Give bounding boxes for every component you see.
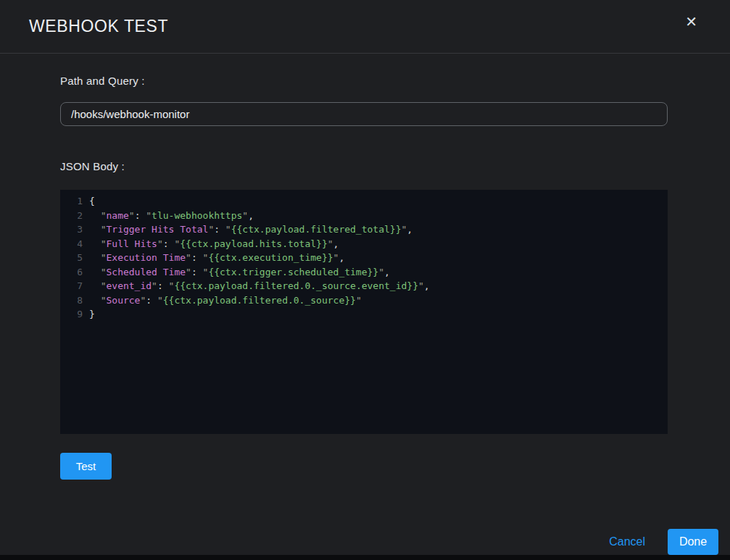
code-content: "event_id": "{{ctx.payload.filtered.0._s… <box>83 279 430 293</box>
line-number: 6 <box>60 265 83 280</box>
code-token: " <box>225 224 231 235</box>
code-token: {{ctx.payload.filtered.0._source}} <box>163 295 356 306</box>
code-content: "Scheduled Time": "{{ctx.trigger.schedul… <box>83 265 390 280</box>
code-token: " <box>89 210 106 221</box>
code-token: " <box>186 267 191 277</box>
code-line: 8 "Source": "{{ctx.payload.filtered.0._s… <box>60 293 668 308</box>
code-token: : <box>163 238 175 249</box>
code-token: Source <box>106 295 140 306</box>
code-token: , <box>384 267 390 277</box>
code-token: {{ctx.trigger.scheduled_time}} <box>208 267 378 277</box>
dialog-body: Path and Query : JSON Body : 1{2 "name":… <box>0 54 730 480</box>
dialog-footer: Cancel Done <box>609 529 718 555</box>
code-token: : <box>146 295 157 306</box>
code-token: Execution Time <box>106 252 186 263</box>
json-body-editor[interactable]: 1{2 "name": "tlu-webhookhttps",3 "Trigge… <box>60 190 668 434</box>
code-token: , <box>339 252 344 263</box>
code-line: 4 "Full Hits": "{{ctx.payload.hits.total… <box>60 237 668 251</box>
code-line: 7 "event_id": "{{ctx.payload.filtered.0.… <box>60 279 668 293</box>
code-content: "Execution Time": "{{ctx.execution_time}… <box>83 251 344 265</box>
code-line: 1{ <box>60 194 668 209</box>
code-token: event_id <box>106 280 152 291</box>
code-token: name <box>106 210 128 221</box>
code-token: " <box>89 295 106 306</box>
dialog-title: WEBHOOK TEST <box>0 17 168 36</box>
code-token: " <box>242 210 248 221</box>
code-content: } <box>83 307 95 322</box>
code-token: " <box>89 238 106 249</box>
code-token: " <box>89 267 106 277</box>
code-line: 6 "Scheduled Time": "{{ctx.trigger.sched… <box>60 265 668 280</box>
code-token: " <box>328 238 333 249</box>
dialog-header: WEBHOOK TEST ✕ <box>0 0 730 54</box>
code-token: : <box>135 210 146 221</box>
code-token: , <box>424 280 430 291</box>
code-line: 5 "Execution Time": "{{ctx.execution_tim… <box>60 251 668 265</box>
code-token: " <box>146 210 152 221</box>
code-content: "Source": "{{ctx.payload.filtered.0._sou… <box>83 293 362 308</box>
code-token: tlu-webhookhttps <box>152 210 242 221</box>
line-number: 9 <box>60 307 83 322</box>
code-token: " <box>157 238 163 249</box>
line-number: 7 <box>60 279 83 293</box>
path-and-query-input[interactable] <box>60 102 668 126</box>
code-token: " <box>418 280 424 291</box>
code-token: {{ctx.payload.hits.total}} <box>180 238 328 249</box>
code-token: , <box>248 210 254 221</box>
code-content: "Full Hits": "{{ctx.payload.hits.total}}… <box>83 237 339 251</box>
code-token: Full Hits <box>106 238 157 249</box>
code-content: "Trigger Hits Total": "{{ctx.payload.fil… <box>83 222 412 237</box>
path-and-query-label: Path and Query : <box>60 75 668 87</box>
code-token: Scheduled Time <box>106 267 186 277</box>
code-token: " <box>152 280 157 291</box>
code-editor-lines: 1{2 "name": "tlu-webhookhttps",3 "Trigge… <box>60 194 668 322</box>
line-number: 4 <box>60 237 83 251</box>
cancel-button[interactable]: Cancel <box>609 535 645 548</box>
code-content: "name": "tlu-webhookhttps", <box>83 209 254 223</box>
line-number: 3 <box>60 222 83 237</box>
code-token: " <box>89 280 106 291</box>
code-token: , <box>407 224 412 235</box>
code-token: " <box>89 252 106 263</box>
code-token: " <box>89 224 106 235</box>
line-number: 2 <box>60 209 83 223</box>
code-token: : <box>214 224 225 235</box>
code-token: : <box>157 280 169 291</box>
code-token: {{ctx.execution_time}} <box>208 252 333 263</box>
code-token: Trigger Hits Total <box>106 224 208 235</box>
code-token: {{ctx.payload.filtered_total}} <box>231 224 402 235</box>
line-number: 5 <box>60 251 83 265</box>
webhook-test-dialog: WEBHOOK TEST ✕ Path and Query : JSON Bod… <box>0 0 730 555</box>
code-token: : <box>191 252 203 263</box>
code-token: : <box>191 267 203 277</box>
line-number: 1 <box>60 194 83 209</box>
code-content: { <box>83 194 95 209</box>
done-button[interactable]: Done <box>668 529 718 555</box>
close-icon[interactable]: ✕ <box>685 14 697 29</box>
code-token: " <box>157 295 163 306</box>
code-token: } <box>89 309 95 319</box>
code-token: " <box>186 252 191 263</box>
code-line: 2 "name": "tlu-webhookhttps", <box>60 209 668 223</box>
code-line: 3 "Trigger Hits Total": "{{ctx.payload.f… <box>60 222 668 237</box>
code-token: , <box>333 238 339 249</box>
line-number: 8 <box>60 293 83 308</box>
json-body-label: JSON Body : <box>60 160 668 172</box>
code-token: " <box>378 267 384 277</box>
code-token: {{ctx.payload.filtered.0._source.event_i… <box>174 280 418 291</box>
code-token: " <box>356 295 362 306</box>
code-token: " <box>129 210 135 221</box>
code-token: { <box>89 196 95 206</box>
test-button[interactable]: Test <box>60 453 112 480</box>
code-line: 9} <box>60 307 668 322</box>
